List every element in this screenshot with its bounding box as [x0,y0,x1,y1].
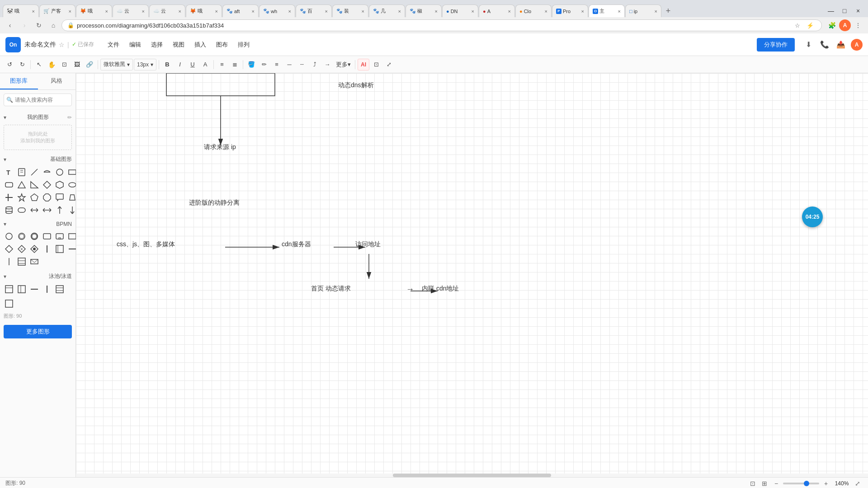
swimlane-5[interactable] [54,284,65,295]
tab-t12[interactable]: 🐾椒× [406,5,442,17]
shape-octagon[interactable] [42,192,52,203]
text-css[interactable]: css、js、图、多媒体 [117,240,175,249]
basic-shapes-header[interactable]: ▾ 基础图形 [0,154,75,165]
shape-right-triangle[interactable] [29,179,40,190]
tab-t10[interactable]: 🐾装× [332,5,368,17]
shape-speech-bubble[interactable] [54,192,65,203]
shape-triangle[interactable] [16,179,27,190]
shape-plus[interactable] [4,192,14,203]
bpmn-header[interactable]: ▾ BPMN [0,219,75,229]
swimlane-header[interactable]: ▾ 泳池/泳道 [0,271,75,282]
bpmn-multi-pool[interactable] [16,256,27,267]
shape-document[interactable] [16,167,27,178]
shape-arrow-left-right[interactable] [29,205,40,216]
text-home-request[interactable]: 首页 动态请求 [311,285,351,293]
tab-t15[interactable]: ●Clo× [515,5,552,17]
swimlane-3[interactable] [29,284,40,295]
tab-active[interactable]: O主× [589,5,625,17]
tab-t13[interactable]: ●DN× [442,5,478,17]
bpmn-gateway3[interactable] [29,244,40,254]
menu-file[interactable]: 文件 [103,39,124,51]
zoom-in-button[interactable]: + [821,479,831,488]
home-button[interactable]: ⌂ [47,19,60,32]
ai-button[interactable]: AI [358,59,369,70]
shape-hexagon[interactable] [54,179,65,190]
tab-t5[interactable]: ☁️云× [149,5,185,17]
tab-t4[interactable]: ☁️云× [113,5,149,17]
extension-button[interactable]: ⚡ [804,19,816,31]
shape-arrow-up[interactable] [54,205,65,216]
profile-button[interactable]: A [839,19,851,31]
shape-star[interactable] [16,192,27,203]
tab-t7[interactable]: 🐾aft× [222,5,259,17]
close-button[interactable]: × [852,5,864,17]
insert-image[interactable]: 🖼 [71,59,83,70]
redo-button[interactable]: ↻ [16,59,28,70]
shape-half-ellipse[interactable] [42,167,52,178]
menu-diagram[interactable]: 图布 [212,39,232,51]
fullscreen-button[interactable]: ⤢ [383,59,395,70]
font-size-dropdown[interactable]: 13px▾ [134,59,156,70]
hand-tool[interactable]: ✋ [46,59,57,70]
tab-t14[interactable]: ●A× [479,5,515,17]
bpmn-pool[interactable] [54,244,65,254]
bpmn-event2[interactable] [29,231,40,242]
tab-t11[interactable]: 🐾几× [369,5,405,17]
shape-circle[interactable] [54,167,65,178]
arrow-btn[interactable]: → [321,59,333,70]
shape-cylinder[interactable] [4,205,14,216]
menu-arrange[interactable]: 排列 [233,39,254,51]
fit-button[interactable]: ⊡ [370,59,382,70]
tab-t6[interactable]: 🦊哦× [186,5,222,17]
shape-double-arrow[interactable] [42,205,52,216]
tab-t9[interactable]: 🐾百× [296,5,332,17]
sidebar-tab-style[interactable]: 风格 [38,73,76,89]
text-dynamic[interactable]: 进阶版的动静分离 [189,199,240,207]
zoom-slider[interactable] [783,483,819,484]
ordered-list[interactable]: ≣ [229,59,241,70]
shape-rounded-rect[interactable] [4,179,14,190]
my-shapes-header[interactable]: ▾ 我的图形 ✏ [0,112,75,123]
connector-btn[interactable]: ⤴ [309,59,321,70]
forward-button[interactable]: › [18,19,31,32]
shape-rounded-rect2[interactable] [16,205,27,216]
shape-diamond[interactable] [42,179,52,190]
fill-color[interactable]: 🪣 [245,59,257,70]
shape-pentagon[interactable] [29,192,40,203]
bpmn-vert2[interactable] [4,256,14,267]
extensions-button[interactable]: 🧩 [826,19,838,32]
menu-select[interactable]: 选择 [146,39,167,51]
border-style[interactable]: ─ [283,59,295,70]
bookmark-button[interactable]: ☆ [792,19,803,31]
insert-link[interactable]: 🔗 [84,59,95,70]
undo-button[interactable]: ↺ [4,59,15,70]
shape-text[interactable]: T [4,167,14,178]
minimize-button[interactable]: — [825,5,837,17]
menu-view[interactable]: 视图 [168,39,189,51]
menu-edit[interactable]: 编辑 [125,39,146,51]
swimlane-2[interactable] [16,284,27,295]
text-align-btn[interactable]: ≡ [271,59,283,70]
share-link-button[interactable]: 📤 [835,38,847,51]
font-family-dropdown[interactable]: 微软雅黑▾ [100,59,133,70]
download-button[interactable]: ⬇ [802,38,815,51]
swimlane-4[interactable] [42,284,52,295]
bullet-list[interactable]: ≡ [216,59,228,70]
scrollbar-thumb[interactable] [393,474,551,477]
insert-shape[interactable]: ⊡ [58,59,70,70]
zoom-out-button[interactable]: − [771,479,781,488]
bpmn-gateway1[interactable] [4,244,14,254]
star-button[interactable]: ☆ [59,41,65,48]
maximize-button[interactable]: □ [838,5,851,17]
bpmn-task[interactable] [42,231,52,242]
bpmn-gateway2[interactable]: × [16,244,27,254]
menu-button[interactable]: ⋮ [852,19,864,32]
tab-t8[interactable]: 🐾wh× [259,5,295,17]
back-button[interactable]: ‹ [4,19,16,32]
address-bar[interactable]: 🔒 processon.com/diagraming/63df106cb03a3… [61,19,822,31]
bpmn-vertical-line[interactable] [42,244,52,254]
swimlane-1[interactable] [4,284,14,295]
fit-page-button[interactable]: ⊡ [748,479,758,488]
cursor-tool[interactable]: ↖ [33,59,45,70]
user-avatar[interactable]: A [851,39,863,51]
